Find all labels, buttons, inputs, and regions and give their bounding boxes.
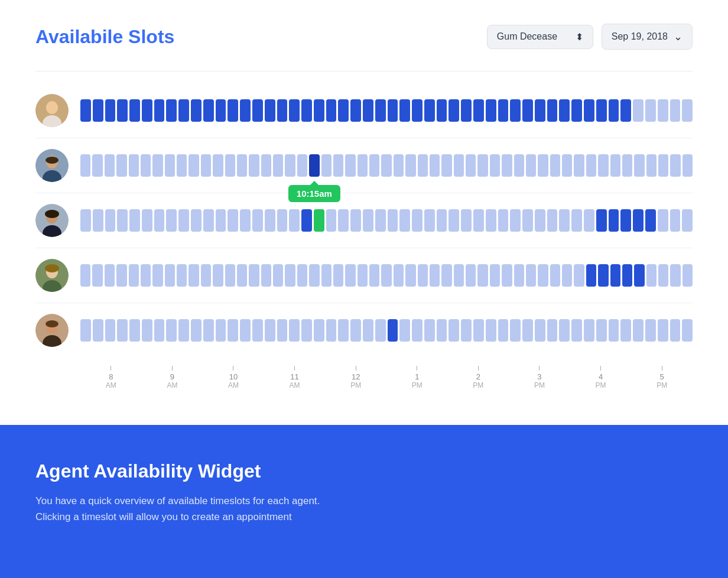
time-slot[interactable] <box>333 154 343 177</box>
time-slot[interactable] <box>252 319 263 342</box>
time-slot[interactable] <box>381 154 391 177</box>
time-slot[interactable] <box>265 209 275 232</box>
time-slot[interactable] <box>142 209 152 232</box>
time-slot[interactable] <box>477 154 488 177</box>
time-slot[interactable] <box>93 99 103 122</box>
time-slot[interactable] <box>273 154 283 177</box>
time-slot[interactable] <box>314 99 324 122</box>
time-slot[interactable] <box>620 99 631 122</box>
time-slot[interactable] <box>547 319 558 342</box>
time-slot[interactable] <box>129 319 140 342</box>
time-slot[interactable] <box>486 319 496 342</box>
time-slot[interactable] <box>670 154 680 177</box>
time-slot[interactable] <box>441 154 451 177</box>
time-slot[interactable] <box>633 319 644 342</box>
time-slot[interactable] <box>538 264 548 287</box>
time-slot[interactable] <box>252 99 263 122</box>
time-slot[interactable] <box>394 264 404 287</box>
time-slot[interactable] <box>105 99 116 122</box>
time-slot[interactable] <box>559 99 570 122</box>
time-slot[interactable] <box>645 209 656 232</box>
time-slot[interactable] <box>526 154 536 177</box>
time-slot[interactable] <box>412 99 422 122</box>
time-slot[interactable] <box>265 319 275 342</box>
time-slot[interactable] <box>586 154 596 177</box>
time-slot[interactable] <box>571 209 582 232</box>
time-slot[interactable] <box>117 99 128 122</box>
time-slot[interactable] <box>490 264 500 287</box>
time-slot[interactable] <box>350 209 361 232</box>
time-slot[interactable] <box>142 99 152 122</box>
time-slot[interactable] <box>216 209 226 232</box>
time-slot[interactable] <box>535 99 545 122</box>
time-slot[interactable] <box>178 99 189 122</box>
time-slot[interactable] <box>574 154 584 177</box>
time-slot[interactable] <box>203 209 214 232</box>
time-slot[interactable] <box>363 209 373 232</box>
time-slot[interactable] <box>633 209 644 232</box>
time-slot[interactable] <box>622 154 632 177</box>
time-slot[interactable] <box>285 264 295 287</box>
time-slot[interactable] <box>682 319 693 342</box>
time-slot[interactable] <box>658 154 668 177</box>
time-slot[interactable] <box>610 264 620 287</box>
time-slot[interactable] <box>424 209 435 232</box>
time-slot[interactable] <box>80 319 91 342</box>
time-slot[interactable] <box>490 154 500 177</box>
time-slot[interactable] <box>596 99 607 122</box>
time-slot[interactable] <box>105 264 115 287</box>
date-dropdown[interactable]: Sep 19, 2018 ⌄ <box>602 24 693 50</box>
time-slot[interactable] <box>670 99 681 122</box>
time-slot[interactable] <box>526 264 536 287</box>
time-slot[interactable] <box>381 264 391 287</box>
time-slot[interactable] <box>418 264 428 287</box>
time-slot[interactable] <box>201 264 211 287</box>
time-slot[interactable] <box>584 319 594 342</box>
time-slot[interactable] <box>216 319 226 342</box>
time-slot[interactable] <box>610 154 620 177</box>
time-slot[interactable] <box>105 319 116 342</box>
time-slot[interactable] <box>522 319 533 342</box>
time-slot[interactable] <box>80 209 91 232</box>
time-slot[interactable] <box>261 154 271 177</box>
time-slot[interactable] <box>249 264 259 287</box>
time-slot[interactable] <box>437 209 447 232</box>
time-slot[interactable] <box>105 209 116 232</box>
time-slot[interactable] <box>466 264 476 287</box>
time-slot[interactable] <box>80 154 90 177</box>
time-slot[interactable] <box>645 99 656 122</box>
time-slot[interactable] <box>154 319 165 342</box>
time-slot[interactable] <box>571 319 582 342</box>
time-slot[interactable] <box>216 99 226 122</box>
time-slot[interactable] <box>461 319 472 342</box>
time-slot[interactable] <box>498 319 509 342</box>
time-slot[interactable] <box>609 209 619 232</box>
time-slot[interactable] <box>682 154 693 177</box>
time-slot[interactable] <box>338 319 349 342</box>
time-slot[interactable] <box>658 99 668 122</box>
time-slot[interactable] <box>473 209 484 232</box>
time-slot[interactable] <box>369 264 379 287</box>
time-slot[interactable] <box>430 264 440 287</box>
time-slot[interactable] <box>535 319 545 342</box>
time-slot[interactable] <box>228 209 238 232</box>
time-slot[interactable] <box>448 209 459 232</box>
time-slot[interactable] <box>658 319 668 342</box>
time-slot[interactable] <box>609 319 619 342</box>
time-slot[interactable] <box>203 319 214 342</box>
time-slot[interactable] <box>191 209 202 232</box>
time-slot[interactable] <box>142 319 152 342</box>
time-slot[interactable] <box>261 264 271 287</box>
time-slot[interactable] <box>228 99 238 122</box>
time-slot[interactable] <box>388 319 398 342</box>
time-slot[interactable] <box>178 209 189 232</box>
time-slot[interactable] <box>321 264 332 287</box>
time-slot[interactable] <box>363 99 373 122</box>
time-slot[interactable] <box>405 154 415 177</box>
time-slot[interactable] <box>154 99 165 122</box>
time-slot[interactable] <box>177 264 187 287</box>
time-slot[interactable] <box>188 264 199 287</box>
time-slot[interactable] <box>535 209 545 232</box>
time-slot[interactable] <box>574 264 584 287</box>
time-slot[interactable] <box>338 99 349 122</box>
